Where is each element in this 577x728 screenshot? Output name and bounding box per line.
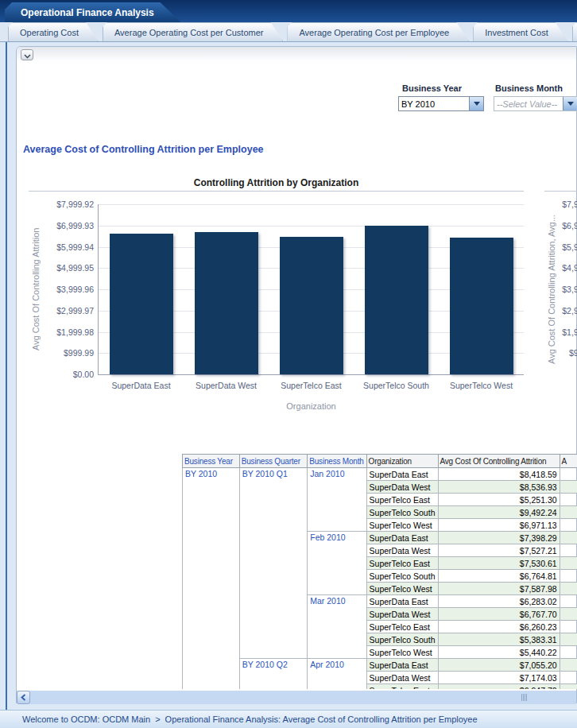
y-axis-title: Avg Cost Of Controlling Attrition, Avg..… (546, 204, 557, 374)
window-titlebar: Operational Finance Analysis (0, 0, 577, 22)
tab[interactable]: Advertising Cost (572, 22, 577, 41)
x-category-label: SuperTelco South (354, 381, 439, 390)
bars-container (99, 204, 524, 374)
cell-avg-cost: $7,055.20 (438, 659, 560, 672)
chevron-down-icon (24, 49, 31, 61)
column-header[interactable]: Business Quarter (239, 455, 307, 468)
cell-avg-cost: $6,767.70 (438, 608, 560, 621)
chevron-left-icon (21, 691, 26, 703)
cell-next-measure (560, 608, 577, 621)
column-header[interactable]: A (560, 455, 577, 468)
y-tick-label: $5,999.94 (562, 242, 577, 252)
tab[interactable]: Operating Cost (8, 22, 99, 41)
plot-area (98, 204, 524, 375)
cell-business-year[interactable]: BY 2010 (183, 468, 240, 690)
tab[interactable]: Average Operating Cost per Employee (287, 22, 469, 41)
y-tick-label: $3,999.96 (56, 285, 94, 294)
section-heading: Average Cost of Controlling Attrition pe… (23, 144, 264, 155)
cell-next-measure (560, 672, 577, 684)
cell-next-measure (560, 544, 577, 557)
tab[interactable]: Average Operating Cost per Customer (103, 22, 284, 41)
cell-next-measure (560, 481, 577, 494)
tab[interactable]: Investment Cost (473, 22, 567, 41)
y-tick-label: $999.99 (569, 348, 577, 358)
chart-title: Controlling Attrition by Organization (29, 177, 524, 188)
cell-avg-cost: $8,418.59 (438, 468, 560, 481)
content-panel: Business Year Business Month BY 2010 --S… (16, 46, 577, 703)
tab-label: Investment Cost (485, 28, 548, 37)
table-row: BY 2010 Q2Apr 2010SuperData East$7,055.2… (183, 659, 577, 672)
cell-avg-cost: $6,947.70 (438, 684, 560, 690)
column-header[interactable]: Organization (366, 455, 438, 468)
scroll-left-button[interactable] (17, 691, 30, 704)
y-tick-label: $7,999.92 (562, 199, 577, 209)
cell-organization: SuperTelco West (366, 646, 438, 659)
column-header[interactable]: Business Year (183, 455, 240, 468)
dropdown-arrow-icon[interactable] (469, 97, 483, 110)
tab-label: Operating Cost (20, 28, 79, 37)
chart-bar[interactable] (450, 238, 513, 374)
cell-avg-cost: $7,398.29 (438, 532, 560, 544)
y-tick-label: $3,999.96 (562, 285, 577, 294)
tab-label: Average Operating Cost per Employee (299, 28, 449, 37)
column-header[interactable]: Business Month (308, 455, 366, 468)
cell-organization: SuperTelco East (366, 494, 438, 506)
cell-business-month[interactable]: Apr 2010 (308, 659, 366, 690)
cell-next-measure (560, 506, 577, 519)
business-year-label: Business Year (402, 83, 462, 93)
cell-next-measure (560, 633, 577, 646)
tab-label: Average Operating Cost per Customer (114, 28, 264, 37)
cell-organization: SuperTelco West (366, 519, 438, 532)
drill-table: Business YearBusiness QuarterBusiness Mo… (182, 454, 577, 689)
cell-next-measure (560, 557, 577, 570)
cell-organization: SuperData West (366, 481, 438, 494)
cell-next-measure (560, 646, 577, 659)
cell-organization: SuperTelco East (366, 557, 438, 570)
cell-business-quarter[interactable]: BY 2010 Q1 (239, 468, 307, 659)
y-tick-label: $6,999.93 (562, 221, 577, 230)
y-tick-label: $999.99 (64, 348, 94, 358)
cell-business-quarter[interactable]: BY 2010 Q2 (239, 659, 307, 690)
cell-next-measure (560, 468, 577, 481)
scrollbar-grip-icon[interactable] (521, 694, 527, 701)
cell-avg-cost: $6,283.02 (438, 595, 560, 608)
y-axis-ticks: $7,999.92$6,999.93$5,999.94$4,999.95$3,9… (559, 204, 577, 374)
cell-next-measure (560, 595, 577, 608)
business-month-value: --Select Value-- (494, 97, 563, 110)
chart-bar[interactable] (195, 232, 258, 375)
y-tick-label: $4,999.95 (56, 263, 94, 273)
cell-business-month[interactable]: Feb 2010 (308, 532, 366, 595)
panel-header-strip (17, 47, 576, 60)
chart-bar[interactable] (365, 226, 428, 375)
y-tick-label: $0.00 (73, 370, 94, 379)
cell-next-measure (560, 570, 577, 583)
breadcrumb-home-link[interactable]: Welcome to OCDM: OCDM Main (22, 714, 150, 724)
x-axis-categories: SuperData EastSuperData WestSuperTelco E… (99, 381, 524, 390)
cell-business-month[interactable]: Mar 2010 (308, 595, 366, 659)
y-tick-label: $2,999.97 (562, 306, 577, 316)
cell-organization: SuperData West (366, 544, 438, 557)
business-year-select[interactable]: BY 2010 (398, 96, 484, 111)
cell-avg-cost: $6,971.13 (438, 519, 560, 532)
chart-bar[interactable] (280, 237, 343, 374)
business-month-select[interactable]: --Select Value-- (494, 96, 577, 111)
cell-avg-cost: $6,764.81 (438, 570, 560, 583)
window-title-tab[interactable]: Operational Finance Analysis (5, 2, 181, 22)
y-axis-title: Avg Cost Of Controlling Attrition (30, 204, 41, 374)
bar-slot (354, 226, 439, 375)
dropdown-arrow-icon[interactable] (563, 97, 577, 110)
column-header[interactable]: Avg Cost Of Controlling Attrition (438, 455, 560, 468)
cell-organization: SuperData East (366, 595, 438, 608)
cell-organization: SuperTelco South (366, 570, 438, 583)
org-attrition-chart: Controlling Attrition by Organization Av… (29, 177, 524, 416)
horizontal-scrollbar[interactable] (17, 691, 576, 704)
cell-next-measure (560, 494, 577, 506)
scrollbar-track[interactable] (30, 691, 576, 704)
cell-business-month[interactable]: Jan 2010 (308, 468, 366, 532)
cell-avg-cost: $5,251.30 (438, 494, 560, 506)
chart-title-underline (29, 191, 524, 192)
y-tick-label: $1,999.98 (562, 327, 577, 337)
chart-bar[interactable] (110, 234, 173, 374)
y-tick-label: $7,999.92 (56, 199, 94, 209)
collapse-button[interactable] (21, 49, 33, 60)
